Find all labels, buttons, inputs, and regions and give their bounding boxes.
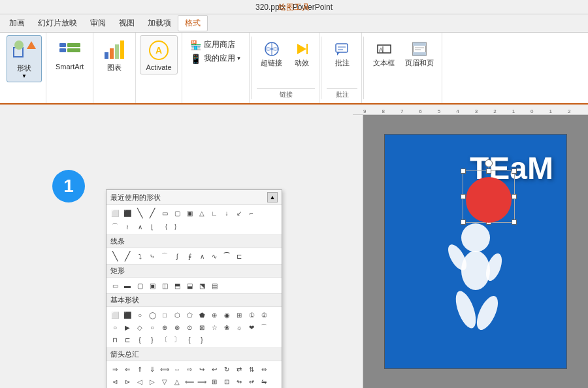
rotate-handle[interactable] — [485, 159, 493, 167]
shape-item[interactable]: { — [184, 334, 195, 346]
smartart-button[interactable]: SmartArt — [50, 35, 89, 73]
shape-item[interactable]: ⇓ — [146, 363, 158, 375]
shape-item[interactable]: ⬠ — [184, 309, 195, 321]
shape-item[interactable]: ⬜ — [109, 309, 121, 321]
headerfooter-button[interactable]: 页眉和页 — [401, 39, 438, 70]
shape-item[interactable]: ∧ — [196, 250, 208, 262]
shape-item[interactable]: ⬟ — [196, 309, 208, 321]
shape-item[interactable]: □ — [159, 309, 171, 321]
shape-item[interactable]: ⊕ — [208, 309, 220, 321]
shape-item[interactable]: ⌒ — [159, 250, 171, 262]
shape-item[interactable]: 〔 — [159, 334, 171, 346]
menu-item-review[interactable]: 审阅 — [84, 16, 112, 31]
shape-item[interactable]: 〕 — [171, 334, 183, 346]
shape-item[interactable]: ⊠ — [196, 321, 208, 333]
shape-item[interactable]: ◫ — [159, 280, 171, 291]
shape-item[interactable]: ▢ — [171, 207, 183, 219]
shape-item[interactable]: ❀ — [221, 321, 233, 333]
activate-button[interactable]: A Activate — [140, 35, 177, 74]
shape-item[interactable]: ↩ — [208, 363, 220, 375]
shape-item[interactable]: ⟸ — [184, 376, 195, 387]
shape-item[interactable]: △ — [196, 207, 208, 219]
shape-item[interactable]: ｝ — [171, 221, 183, 233]
shape-item[interactable]: ⬒ — [171, 280, 183, 291]
animate-button[interactable]: 动效 — [289, 39, 315, 70]
shape-item[interactable]: } — [196, 334, 208, 346]
shape-item[interactable]: ▷ — [146, 376, 158, 387]
shape-item[interactable]: ⟺ — [159, 363, 171, 375]
shape-item[interactable]: ◯ — [146, 309, 158, 321]
menu-item-slideshow[interactable]: 幻灯片放映 — [31, 16, 84, 31]
shape-item[interactable]: ⇋ — [258, 376, 270, 387]
shape-item[interactable]: ↪ — [196, 363, 208, 375]
shape-item[interactable]: { — [134, 334, 146, 346]
handle-ml[interactable] — [461, 194, 466, 199]
shape-item[interactable]: ⌒ — [258, 321, 270, 333]
shape-item[interactable]: ↓ — [221, 207, 233, 219]
handle-br[interactable] — [512, 219, 517, 225]
shape-item[interactable]: ○ — [109, 321, 121, 333]
shape-item[interactable]: ⟹ — [196, 376, 208, 387]
shape-item[interactable]: ☆ — [208, 321, 220, 333]
shape-item[interactable]: ↔ — [171, 363, 183, 375]
menu-item-format[interactable]: 格式 — [178, 15, 208, 31]
shape-item[interactable]: ↙ — [233, 207, 245, 219]
shape-item[interactable]: ∧ — [134, 221, 146, 233]
shape-item[interactable]: ☼ — [233, 321, 245, 333]
shape-item[interactable]: △ — [171, 376, 183, 387]
shape-item[interactable]: ▶ — [122, 321, 133, 333]
shape-item[interactable]: ⊞ — [208, 376, 220, 387]
shape-item[interactable]: ∫ — [171, 250, 183, 262]
shape-item[interactable]: ⁀ — [221, 250, 233, 262]
shape-item[interactable]: ↫ — [246, 376, 257, 387]
shape-item[interactable]: ╲ — [134, 207, 146, 219]
shape-item[interactable]: ❤ — [246, 321, 257, 333]
shape-item[interactable]: ▣ — [184, 207, 195, 219]
shape-item[interactable]: ⊲ — [109, 376, 121, 387]
shape-item[interactable]: } — [146, 334, 158, 346]
textbox-button[interactable]: A 文本框 — [369, 39, 399, 70]
shape-item[interactable]: ≀ — [122, 221, 133, 233]
shape-item[interactable]: ⊙ — [184, 321, 195, 333]
handle-tr[interactable] — [512, 169, 517, 174]
shape-item[interactable]: ⇐ — [122, 363, 133, 375]
shape-item[interactable]: ⊏ — [122, 334, 133, 346]
shape-item[interactable]: ⌒ — [109, 221, 121, 233]
shape-item[interactable]: ○ — [134, 309, 146, 321]
shape-item[interactable]: ⇨ — [184, 363, 195, 375]
myapps-button[interactable]: 📱 我的应用 ▼ — [186, 52, 246, 65]
shape-item[interactable]: ② — [258, 309, 270, 321]
shape-item[interactable]: ↻ — [221, 363, 233, 375]
shape-item[interactable]: ∮ — [184, 250, 195, 262]
handle-mr[interactable] — [512, 194, 517, 199]
slide-canvas[interactable]: TEaM — [363, 115, 588, 388]
shape-item[interactable]: ⊏ — [233, 250, 245, 262]
shape-item[interactable]: ⊕ — [159, 321, 171, 333]
handle-tm[interactable] — [486, 169, 491, 174]
selected-shape[interactable] — [463, 170, 515, 223]
shape-item[interactable]: ▬ — [122, 280, 133, 291]
appstore-button[interactable]: 🏪 应用商店 — [186, 38, 246, 52]
menu-item-draw[interactable]: 加画 — [3, 16, 31, 31]
shape-item[interactable]: ⬛ — [122, 309, 133, 321]
shape-item[interactable]: ⊗ — [171, 321, 183, 333]
shape-item[interactable]: ↬ — [233, 376, 245, 387]
shape-item[interactable]: ⌊ — [146, 221, 158, 233]
shape-item[interactable]: ⬡ — [171, 309, 183, 321]
shape-item[interactable]: ◉ — [221, 309, 233, 321]
shape-item[interactable]: ⇅ — [246, 363, 257, 375]
shape-item[interactable]: ▭ — [109, 280, 121, 291]
shape-item[interactable]: ╱ — [146, 207, 158, 219]
menu-item-view[interactable]: 视图 — [112, 16, 141, 31]
shape-item[interactable]: ⤷ — [146, 250, 158, 262]
shape-item[interactable]: ⇑ — [134, 363, 146, 375]
shape-item[interactable]: ⬓ — [184, 280, 195, 291]
shape-button[interactable]: 形状 ▼ — [7, 35, 42, 82]
hyperlink-button[interactable]: 超链接 — [257, 39, 286, 70]
shape-item[interactable]: ⊡ — [221, 376, 233, 387]
shape-item[interactable]: ⤵ — [134, 250, 146, 262]
shape-item[interactable]: ⊞ — [233, 309, 245, 321]
shape-item[interactable]: ▣ — [146, 280, 158, 291]
shape-item[interactable]: ∿ — [208, 250, 220, 262]
shape-item[interactable]: ⬛ — [122, 207, 133, 219]
